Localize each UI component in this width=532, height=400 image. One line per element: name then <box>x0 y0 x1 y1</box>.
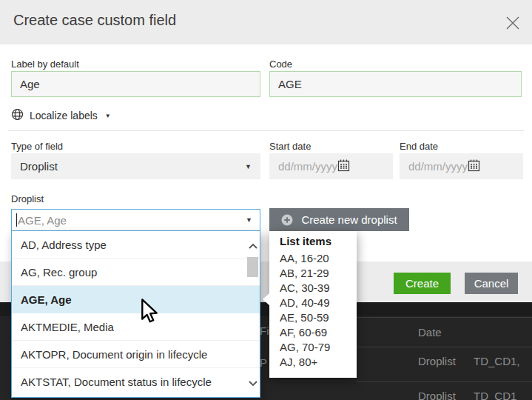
dropdown-item[interactable]: AG, Rec. group <box>12 259 260 286</box>
dropdown-item[interactable]: AD, Address type <box>12 231 260 259</box>
create-case-custom-field-dialog: Create case custom field Create Cancel D… <box>0 0 532 400</box>
droplist-dropdown-list: AD, Address type AG, Rec. group AGE, Age… <box>11 231 260 398</box>
background-cell-value: TD_CD1, <box>474 355 520 367</box>
droplist-label: Droplist <box>11 193 44 204</box>
tooltip-item: AD, 40-49 <box>280 296 357 310</box>
dropdown-item[interactable]: AKTMEDIE, Media <box>12 313 260 341</box>
tooltip-item: AB, 21-29 <box>280 266 357 281</box>
end-date-placeholder: dd/mm/yyyy <box>408 160 468 173</box>
chevron-down-icon: ▼ <box>105 113 111 119</box>
background-cell-date: Date <box>418 326 442 339</box>
background-cell-value: TD_CD1 <box>474 390 516 400</box>
text-cursor <box>16 213 17 227</box>
type-of-field-value: Droplist <box>20 160 58 173</box>
cancel-button[interactable]: Cancel <box>465 273 518 294</box>
create-new-droplist-label: Create new droplist <box>301 213 397 226</box>
tooltip-item: AE, 50-59 <box>280 310 357 325</box>
dialog-header: Create case custom field <box>0 0 532 44</box>
type-of-field-select[interactable]: Droplist ▼ <box>11 153 260 179</box>
scroll-up-icon[interactable] <box>248 241 258 252</box>
tooltip-item: AF, 60-69 <box>280 325 357 340</box>
tooltip-item: AG, 70-79 <box>280 340 357 355</box>
background-fragment: Fi <box>260 324 269 337</box>
label-by-default-label: Label by default <box>11 59 79 70</box>
plus-circle-icon <box>281 214 293 226</box>
close-button[interactable] <box>505 15 521 31</box>
localize-labels-toggle[interactable]: Localize labels ▼ <box>11 108 111 123</box>
end-date-label: End date <box>400 141 438 152</box>
start-date-placeholder: dd/mm/yyyy <box>278 160 337 173</box>
localize-labels-label: Localize labels <box>30 110 98 121</box>
calendar-icon[interactable] <box>337 159 350 174</box>
create-new-droplist-button[interactable]: Create new droplist <box>269 208 409 231</box>
create-button[interactable]: Create <box>394 273 451 294</box>
end-date-field[interactable]: dd/mm/yyyy <box>400 153 523 179</box>
background-cell-droplist: Droplist <box>418 390 456 400</box>
tooltip-item: AJ, 80+ <box>280 355 357 370</box>
background-row-divider <box>357 347 532 347</box>
tooltip-item: AA, 16-20 <box>280 251 357 266</box>
dropdown-item-selected[interactable]: AGE, Age <box>12 286 260 313</box>
tooltip-title: List items <box>280 235 357 247</box>
code-input[interactable] <box>269 71 522 97</box>
tooltip-item: AC, 30-39 <box>280 281 357 296</box>
scrollbar-thumb[interactable] <box>247 257 258 277</box>
background-row-divider <box>357 381 532 382</box>
dropdown-item[interactable]: AKTOPR, Document origin in lifecycle <box>12 341 260 368</box>
chevron-down-icon: ▼ <box>245 163 252 170</box>
close-icon <box>505 21 521 33</box>
type-of-field-label: Type of field <box>11 141 63 152</box>
start-date-field[interactable]: dd/mm/yyyy <box>269 153 393 179</box>
background-row-divider <box>357 317 532 318</box>
dropdown-scrollbar[interactable] <box>246 231 260 397</box>
globe-icon <box>11 108 24 123</box>
background-fragment: P <box>260 356 267 369</box>
droplist-combobox[interactable]: AGE, Age ▼ <box>11 209 260 231</box>
dropdown-item[interactable]: AKTSTAT, Document status in lifecycle <box>12 368 260 396</box>
code-label: Code <box>269 59 292 70</box>
start-date-label: Start date <box>269 141 311 152</box>
calendar-icon[interactable] <box>468 159 480 174</box>
section-divider <box>8 130 524 131</box>
tooltip-arrow <box>263 293 270 306</box>
chevron-down-icon: ▼ <box>246 216 252 224</box>
scroll-down-icon[interactable] <box>248 378 258 388</box>
list-items-tooltip: List items AA, 16-20 AB, 21-29 AC, 30-39… <box>269 231 357 378</box>
droplist-combobox-value: AGE, Age <box>18 214 67 227</box>
dialog-title: Create case custom field <box>13 12 176 29</box>
background-cell-droplist: Droplist <box>418 355 456 367</box>
label-by-default-input[interactable] <box>11 71 260 97</box>
